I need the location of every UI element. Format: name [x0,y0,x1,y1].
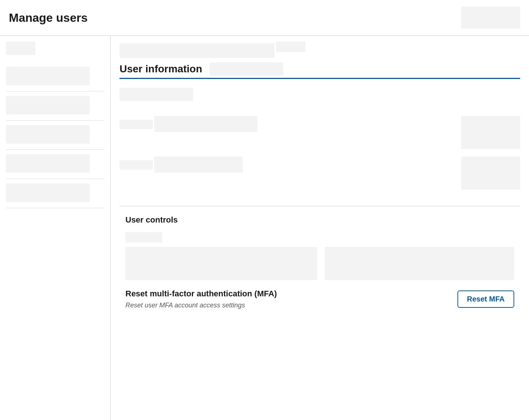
sidebar-item[interactable] [6,121,104,150]
field-left-2 [120,156,243,174]
control-skeleton-right [325,247,514,280]
page-title: Manage users [9,11,87,25]
user-controls-heading: User controls [125,215,514,225]
controls-row [125,247,514,280]
top-field-skeleton [120,43,274,58]
mfa-text: Reset multi-factor authentication (MFA) … [125,289,277,309]
sidebar-item-skeleton [6,183,90,202]
sidebar-item[interactable] [6,150,104,179]
field-right-skeleton [461,116,520,149]
controls-label-skeleton [125,232,162,242]
tab-skeleton [210,62,283,76]
user-controls-section: User controls Reset multi-factor authent… [120,206,520,318]
sidebar-item-skeleton [6,154,90,173]
header-action-skeleton [461,7,520,29]
top-field-sm-skeleton [276,42,305,52]
sidebar [0,36,111,420]
field-left-1 [120,116,257,134]
control-skeleton-large [125,247,317,280]
main-content: User information [111,36,529,420]
mfa-block: Reset multi-factor authentication (MFA) … [125,289,514,309]
sidebar-item[interactable] [6,92,104,121]
field-label-skeleton [120,88,193,101]
field-row-1 [120,116,520,149]
user-info-tab-label[interactable]: User information [120,63,202,75]
page-header: Manage users [0,0,529,36]
field-sublabel-skeleton [120,120,153,129]
field-input-skeleton [154,116,257,132]
field-right-skeleton-2 [461,156,520,190]
mfa-heading: Reset multi-factor authentication (MFA) [125,289,277,299]
sidebar-item[interactable] [6,179,104,208]
reset-mfa-button[interactable]: Reset MFA [457,290,514,308]
sidebar-item-skeleton [6,67,90,85]
sidebar-item-skeleton [6,125,90,144]
user-info-tab-bar: User information [120,62,520,79]
field-input-skeleton-2 [154,156,243,173]
mfa-description: Reset user MFA account access settings [125,302,277,309]
sidebar-item[interactable] [6,62,104,92]
sidebar-item-skeleton [6,96,90,114]
sidebar-search-skeleton [6,42,35,55]
layout: User information [0,36,529,420]
field-row-2 [120,156,520,190]
user-info-section: User information [120,42,520,206]
field-sublabel-skeleton-2 [120,160,153,170]
